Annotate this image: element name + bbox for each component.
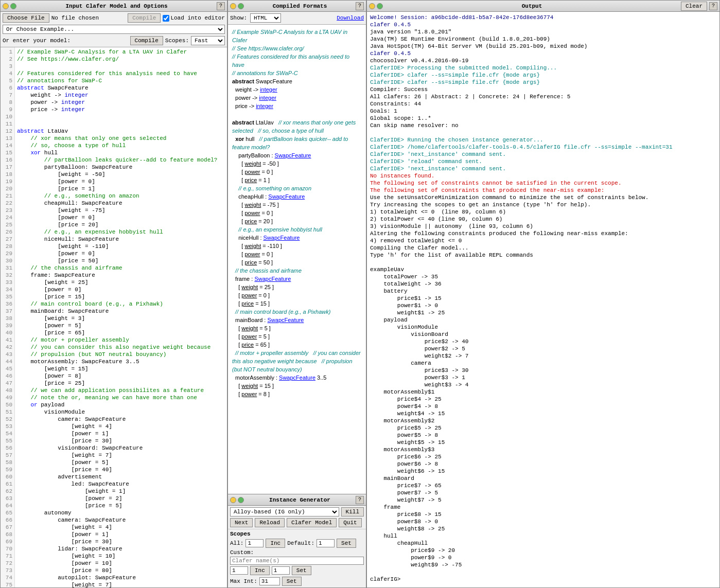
code-line: [price = 20] [17,221,225,228]
code-content[interactable]: // Example SWaP-C Analysis for a LTA UAV… [15,47,227,587]
maximize-button-left[interactable] [10,3,16,9]
code-line: [power = 0] [17,214,225,221]
code-line: visionModule [17,408,225,416]
left-help-button[interactable]: ? [217,2,225,10]
max-int-set-button[interactable]: Set [282,577,302,586]
code-line: [weight = 3] [17,315,225,322]
code-line: abstract LtaUav [17,128,225,135]
code-line: [power = 5] [17,459,225,466]
minimize-button-ig[interactable] [230,497,236,503]
line-numbers: 1234567891011121314151617181920212223242… [1,47,15,587]
code-line: advertisement [17,473,225,480]
instance-title-bar: Instance Generator ? [228,494,366,506]
code-line: [weight = 15] [17,365,225,372]
instance-title: Instance Generator [244,497,356,503]
middle-panel-title: Compiled Formats [244,3,356,9]
clafer-model-button[interactable]: Clafer Model [287,518,337,527]
code-line: [weight = 1] [17,488,225,495]
custom-set-button[interactable]: Set [292,566,311,575]
choose-file-button[interactable]: Choose File [3,13,49,23]
default-input[interactable] [317,539,335,547]
code-line: // so, choose a type of hull [17,142,225,149]
minimize-button-right[interactable] [369,3,375,9]
generator-select[interactable]: Alloy-based (IG only) [230,507,339,516]
reload-button[interactable]: Reload [255,518,285,527]
code-line: // note the or, meaning we can have more… [17,394,225,401]
show-label: Show: [230,15,247,21]
code-line: [price = 30] [17,437,225,444]
right-title-bar: Output Clear ? [367,1,719,12]
left-panel-title: Input Clafer Model and Options [16,3,217,9]
next-button[interactable]: Next [230,518,253,527]
load-editor-label: Load into editor [163,15,225,22]
code-line: [weight = 7] [17,581,225,587]
left-title-bar: Input Clafer Model and Options ? [1,1,227,12]
code-line [17,120,225,128]
scopes-select[interactable]: Fast Slow Custom [191,36,225,45]
download-link[interactable]: Download [337,15,364,21]
code-line: [power = 2] [17,495,225,502]
load-editor-checkbox[interactable] [163,15,169,22]
code-line: niceHull: SwapcFeature [17,236,225,243]
quit-button[interactable]: Quit [339,518,361,527]
code-line: // partBalloon leaks quicker--add to fea… [17,156,225,164]
code-line: // you can consider this also negative w… [17,344,225,351]
code-line [17,63,225,70]
code-line: [power = 0] [17,286,225,293]
all-label: All: [230,540,243,546]
compile-button-2[interactable]: Compile [130,36,163,45]
code-line: [weight = 4] [17,423,225,430]
code-line: weight -> integer [17,92,225,99]
compiled-content: // Example SWaP-C Analysis for a LTA UAV… [228,25,366,494]
scopes-title: Scopes [230,531,364,537]
left-panel: Input Clafer Model and Options ? Choose … [0,0,227,588]
code-editor[interactable]: 1234567891011121314151617181920212223242… [1,47,227,587]
kill-button[interactable]: Kill [341,507,364,516]
or-enter-label: Or enter your model: [3,38,71,44]
custom-default-input[interactable] [272,566,290,575]
maximize-button-ig[interactable] [238,497,244,503]
all-set-button[interactable]: Set [337,539,356,548]
code-line: // motor + propeller assembly [17,336,225,344]
instance-help-button[interactable]: ? [356,496,364,504]
code-line: [weight = 10] [17,553,225,560]
custom-value-input[interactable] [230,566,248,575]
maximize-button-middle[interactable] [238,3,244,9]
code-line: [weight = -50] [17,171,225,178]
max-int-input[interactable] [259,577,280,585]
minimize-button-middle[interactable] [230,3,236,9]
format-select[interactable]: HTML JSON XML Alloy [250,13,281,23]
right-panel-title: Output [383,3,681,9]
default-label: Default: [287,540,314,546]
code-line: [weight = 25] [17,279,225,286]
custom-inc-button[interactable]: Inc [250,566,270,575]
code-line: [power = 10] [17,560,225,567]
clear-button[interactable]: Clear [681,2,707,11]
minimize-button-left[interactable] [3,3,9,9]
file-name-label: No file chosen [51,15,99,21]
code-line: // Features considered for this analysis… [17,70,225,77]
clafer-names-input[interactable] [230,557,364,565]
code-line: [price = 5] [17,502,225,509]
code-line: [price = 15] [17,293,225,300]
code-line: [price = 1] [17,185,225,192]
example-select[interactable]: Or Choose Example... [3,25,225,34]
maximize-button-right[interactable] [377,3,383,9]
code-line: // main control board (e.g., a Pixhawk) [17,300,225,308]
left-toolbar: Choose File No file chosen Compile Load … [1,12,227,47]
code-line: // See https://www.clafer.org/ [17,56,225,63]
all-input[interactable] [245,539,264,547]
code-line: // we can add application possibilites a… [17,387,225,394]
code-line: // annotations for SWaP-C [17,77,225,84]
code-line: mainBoard: SwapcFeature [17,308,225,315]
all-inc-button[interactable]: Inc [266,539,285,548]
right-help-button[interactable]: ? [709,2,717,10]
code-line: [price = 25] [17,380,225,387]
instance-controls: Alloy-based (IG only) Kill Next Reload C… [228,506,366,529]
code-line: [power = 1] [17,430,225,437]
code-line [17,113,225,120]
middle-help-button[interactable]: ? [356,2,364,10]
load-editor-text: Load into editor [170,15,225,21]
compile-button-1[interactable]: Compile [128,13,161,23]
code-line: [power = 5] [17,322,225,329]
